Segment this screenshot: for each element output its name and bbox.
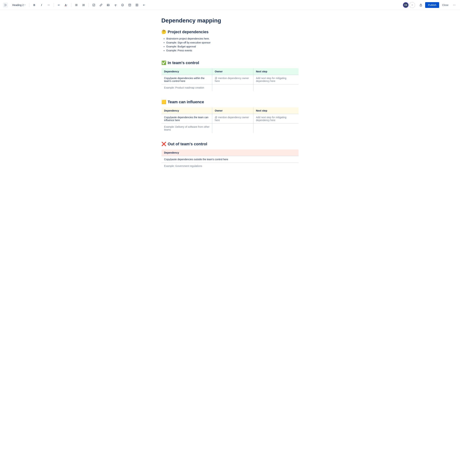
table-row: Copy/paste dependencies within the team'… <box>162 75 299 85</box>
more-options-icon: ··· <box>453 3 456 7</box>
cell-next-step[interactable]: Add next step for mitigating dependency … <box>253 114 299 124</box>
add-collaborator-button[interactable]: + <box>409 2 415 8</box>
team-influence-title: Team can influence <box>168 100 204 104</box>
in-team-control-heading: ✅ In team's control <box>161 60 299 65</box>
project-dependencies-heading: 🤔 Project dependencies <box>161 30 299 34</box>
table-row: Copy/paste dependencies outside the team… <box>162 156 299 163</box>
bullet-list-button[interactable] <box>73 2 79 8</box>
out-of-control-title: Out of team's control <box>168 142 207 146</box>
table-header-row: Dependency Owner Next step <box>162 107 299 114</box>
chevron-down-icon-insert: ▾ <box>144 4 145 6</box>
svg-point-26 <box>421 5 421 6</box>
svg-point-1 <box>75 4 76 4</box>
numbered-list-button[interactable]: 1. 2. 3. <box>81 2 87 8</box>
mention-button[interactable] <box>113 2 118 8</box>
color-icon: A <box>65 4 67 7</box>
italic-button[interactable]: I <box>39 2 44 8</box>
table-row: Example: Delivery of software from other… <box>162 124 299 133</box>
cell-dependency[interactable]: Copy/paste dependencies within the team'… <box>162 75 212 85</box>
header-dependency-2: Dependency <box>162 107 212 114</box>
bold-button[interactable]: B <box>31 2 37 8</box>
header-dependency-1: Dependency <box>162 68 212 75</box>
checkmark-emoji: ✅ <box>161 60 166 65</box>
lock-button[interactable] <box>418 2 424 8</box>
table-row: Example: Government regulations <box>162 163 299 169</box>
color-button[interactable]: A ▾ <box>63 2 69 8</box>
list-item[interactable]: Example: Press events <box>166 49 299 52</box>
cell-dependency[interactable]: Example: Delivery of software from other… <box>162 124 212 133</box>
insert-more-button[interactable]: + ▾ <box>141 2 147 8</box>
table-row: Copy/paste dependencies the team can inf… <box>162 114 299 124</box>
publish-button[interactable]: Publish <box>425 2 439 8</box>
svg-rect-10 <box>83 5 85 5</box>
svg-rect-4 <box>76 5 78 5</box>
project-dependencies-list: Brainstorm project dependencies here. Ex… <box>161 37 299 52</box>
thinking-emoji: 🤔 <box>161 30 166 34</box>
table-button[interactable] <box>127 2 133 8</box>
align-button[interactable]: ≡ ▾ <box>56 2 62 8</box>
image-button[interactable] <box>105 2 111 8</box>
svg-rect-2 <box>76 4 78 4</box>
section-project-dependencies: 🤔 Project dependencies Brainstorm projec… <box>161 30 299 52</box>
page-content: Dependency mapping 🤔 Project dependencie… <box>153 10 307 192</box>
cell-next-step[interactable] <box>253 124 299 133</box>
svg-rect-8 <box>83 4 85 4</box>
list-item[interactable]: Example: Sign-off by executive sponsor <box>166 41 299 44</box>
task-button[interactable] <box>91 2 97 8</box>
heading-label: Heading 2 <box>12 4 24 7</box>
header-dependency-3: Dependency <box>162 149 299 156</box>
emoji-button[interactable] <box>120 2 125 8</box>
header-owner-1: Owner <box>212 68 253 75</box>
cell-dependency[interactable]: Copy/paste dependencies the team can inf… <box>162 114 212 124</box>
header-next-step-2: Next step <box>253 107 299 114</box>
svg-point-19 <box>123 5 123 5</box>
chevron-down-icon: ▾ <box>25 4 26 6</box>
heading-selector[interactable]: Heading 2 ▾ <box>11 3 27 7</box>
collaborator-avatars: CK + <box>403 2 415 8</box>
more-options-button[interactable]: ··· <box>451 2 457 8</box>
project-dependencies-title: Project dependencies <box>168 30 208 34</box>
svg-point-3 <box>75 5 76 5</box>
page-title[interactable]: Dependency mapping <box>161 17 299 24</box>
cell-next-step[interactable]: Add next step for mitigating dependency … <box>253 75 299 85</box>
cell-owner[interactable] <box>212 124 253 133</box>
in-team-control-table: Dependency Owner Next step Copy/paste de… <box>161 68 299 91</box>
more-format-button[interactable]: ··· <box>46 2 52 8</box>
toolbar-divider-1 <box>29 3 29 7</box>
cell-dependency[interactable]: Example: Government regulations <box>162 163 299 169</box>
section-in-team-control: ✅ In team's control Dependency Owner Nex… <box>161 60 299 91</box>
in-team-control-title: In team's control <box>168 60 199 65</box>
table-header-row: Dependency <box>162 149 299 156</box>
header-next-step-1: Next step <box>253 68 299 75</box>
close-button[interactable]: Close <box>441 3 450 7</box>
toolbar-divider-3 <box>71 3 71 7</box>
table-row: Example: Product roadmap creation <box>162 85 299 91</box>
svg-text:3.: 3. <box>82 5 83 6</box>
x-emoji: ❌ <box>161 142 166 146</box>
cell-owner[interactable]: @ mention dependency owner here <box>212 75 253 85</box>
chevron-down-icon-color: ▾ <box>67 4 67 6</box>
cell-dependency[interactable]: Copy/paste dependencies outside the team… <box>162 156 299 163</box>
avatar-initials: CK <box>404 4 407 6</box>
layout-button[interactable] <box>134 2 140 8</box>
svg-rect-24 <box>137 4 138 6</box>
yellow-square-emoji: 🟨 <box>161 100 166 104</box>
cell-dependency[interactable]: Example: Product roadmap creation <box>162 85 212 91</box>
svg-rect-23 <box>136 4 137 6</box>
cell-next-step[interactable] <box>253 85 299 91</box>
out-of-control-table: Dependency Copy/paste dependencies outsi… <box>161 149 299 169</box>
add-icon: + <box>411 3 413 7</box>
svg-rect-6 <box>76 6 78 6</box>
link-button[interactable] <box>98 2 104 8</box>
table-header-row: Dependency Owner Next step <box>162 68 299 75</box>
svg-point-5 <box>75 5 76 6</box>
team-influence-table: Dependency Owner Next step Copy/paste de… <box>161 107 299 133</box>
svg-point-17 <box>122 4 124 6</box>
cell-owner[interactable]: @ mention dependency owner here <box>212 114 253 124</box>
logo-icon[interactable] <box>3 2 8 8</box>
list-item[interactable]: Brainstorm project dependencies here. <box>166 37 299 40</box>
cell-owner[interactable] <box>212 85 253 91</box>
avatar-ck[interactable]: CK <box>403 2 409 8</box>
list-item[interactable]: Example: Budget approval <box>166 45 299 48</box>
section-out-of-control: ❌ Out of team's control Dependency Copy/… <box>161 142 299 169</box>
